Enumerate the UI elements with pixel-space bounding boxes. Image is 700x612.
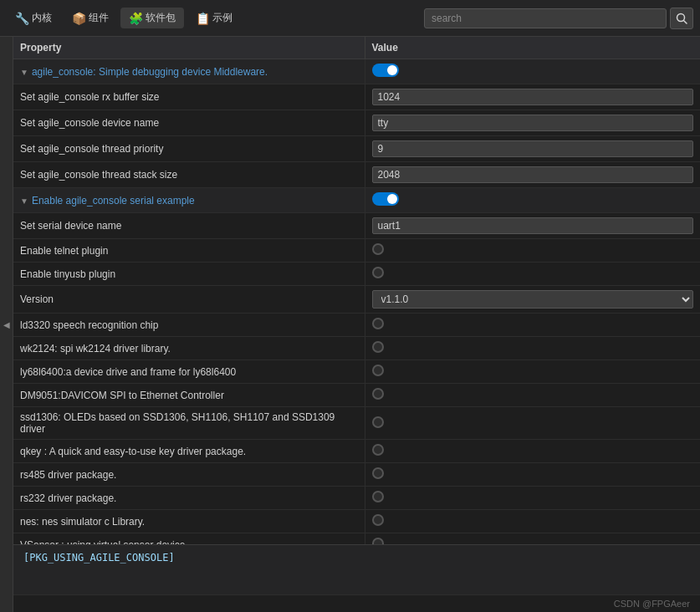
col-header-property: Property [13, 37, 365, 59]
bottom-text: [PKG_USING_AGILE_CONSOLE] [23, 552, 175, 564]
value-cell [365, 314, 700, 337]
property-cell: ld3320 speech recognition chip [13, 314, 365, 337]
property-label: DM9051:DAVICOM SPI to Ethernet Controlle… [20, 390, 224, 401]
table-scroll[interactable]: Property Value ▼agile_console: Simple de… [13, 37, 700, 544]
search-button[interactable] [670, 8, 693, 29]
property-cell: ▼agile_console: Simple debugging device … [13, 59, 365, 84]
property-cell: wk2124: spi wk2124 driver library. [13, 337, 365, 360]
table-row: ld3320 speech recognition chip [13, 314, 700, 337]
value-cell [365, 440, 700, 463]
table-row: Set agile_console thread stack size [13, 162, 700, 188]
table-row: Enable tinyusb plugin [13, 263, 700, 286]
value-cell[interactable] [365, 136, 700, 162]
property-label: ly68l6400:a device drive and frame for l… [20, 366, 236, 378]
tab-example[interactable]: 📋 示例 [187, 8, 241, 28]
collapse-arrow-icon[interactable]: ▼ [20, 68, 28, 77]
value-cell[interactable] [365, 213, 700, 239]
radio-button[interactable] [372, 243, 384, 255]
radio-button[interactable] [372, 341, 384, 353]
table-row: rs232 driver package. [13, 487, 700, 510]
toggle-switch[interactable] [372, 64, 399, 77]
property-label: ld3320 speech recognition chip [20, 319, 158, 331]
table-row: VSensor : using virtual sensor device. [13, 533, 700, 545]
collapse-handle[interactable]: ◀ [0, 37, 13, 612]
value-cell [365, 463, 700, 487]
property-cell: Set agile_console rx buffer size [13, 84, 365, 110]
value-cell [365, 407, 700, 440]
property-label: rs232 driver package. [20, 492, 116, 504]
property-cell: nes: nes simulator c Library. [13, 510, 365, 533]
table-row: Enable telnet plugin [13, 239, 700, 263]
property-cell: VSensor : using virtual sensor device. [13, 533, 365, 545]
kernel-icon: 🔧 [15, 12, 28, 25]
property-label: Set serial device name [20, 220, 121, 232]
property-label: wk2124: spi wk2124 driver library. [20, 343, 171, 354]
search-icon [676, 13, 687, 24]
property-label: rs485 driver package. [20, 469, 116, 481]
tab-kernel[interactable]: 🔧 内核 [7, 8, 60, 28]
svg-line-1 [684, 20, 687, 23]
toggle-knob [387, 194, 397, 204]
radio-button[interactable] [372, 416, 384, 428]
property-label: ssd1306: OLEDs based on SSD1306, SH1106,… [20, 411, 335, 435]
value-cell[interactable] [365, 110, 700, 136]
value-cell[interactable] [365, 59, 700, 84]
property-table: Property Value ▼agile_console: Simple de… [13, 37, 700, 544]
toggle-switch[interactable] [372, 192, 399, 206]
radio-button[interactable] [372, 538, 384, 544]
property-label: Set agile_console thread priority [20, 143, 163, 155]
tab-component-label: 组件 [89, 11, 109, 25]
search-container [424, 8, 693, 29]
col-header-value: Value [365, 37, 700, 59]
tab-software[interactable]: 🧩 软件包 [120, 8, 184, 28]
table-row: Set serial device name [13, 213, 700, 239]
radio-button[interactable] [372, 514, 384, 526]
toolbar: 🔧 内核 📦 组件 🧩 软件包 📋 示例 [0, 0, 700, 37]
radio-button[interactable] [372, 467, 384, 479]
property-cell: ▼Enable agile_console serial example [13, 188, 365, 213]
value-cell [365, 533, 700, 545]
version-select[interactable]: v1.1.0 [372, 290, 694, 309]
value-text-input[interactable] [372, 166, 694, 183]
table-row: nes: nes simulator c Library. [13, 510, 700, 533]
radio-button[interactable] [372, 365, 384, 376]
tab-example-label: 示例 [212, 11, 232, 25]
value-cell [365, 263, 700, 286]
value-cell[interactable] [365, 162, 700, 188]
tab-component[interactable]: 📦 组件 [64, 8, 117, 28]
property-cell: Set agile_console thread stack size [13, 162, 365, 188]
example-icon: 📋 [196, 12, 209, 25]
value-cell[interactable] [365, 188, 700, 213]
property-label: Set agile_console rx buffer size [20, 91, 160, 103]
value-text-input[interactable] [372, 217, 694, 234]
property-label: Set agile_console thread stack size [20, 169, 177, 181]
radio-button[interactable] [372, 267, 384, 278]
footer-text: CSDN @FPGAeer [614, 599, 690, 609]
value-cell[interactable] [365, 84, 700, 110]
property-cell: rs485 driver package. [13, 463, 365, 487]
value-text-input[interactable] [372, 115, 694, 131]
property-label: Version [20, 293, 54, 305]
collapse-arrow-icon[interactable]: ▼ [20, 196, 28, 206]
property-label: qkey : A quick and easy-to-use key drive… [20, 446, 246, 457]
value-cell[interactable]: v1.1.0 [365, 286, 700, 314]
radio-button[interactable] [372, 491, 384, 502]
table-row: wk2124: spi wk2124 driver library. [13, 337, 700, 360]
property-label: Enable telnet plugin [20, 245, 108, 257]
value-cell [365, 360, 700, 384]
collapse-icon: ◀ [3, 320, 10, 329]
property-cell: Set agile_console device name [13, 110, 365, 136]
value-text-input[interactable] [372, 89, 694, 105]
radio-button[interactable] [372, 318, 384, 329]
radio-button[interactable] [372, 444, 384, 456]
table-row: ▼Enable agile_console serial example [13, 188, 700, 213]
search-input[interactable] [424, 8, 667, 28]
table-row: rs485 driver package. [13, 463, 700, 487]
bottom-info-bar: [PKG_USING_AGILE_CONSOLE] [13, 544, 700, 594]
tab-kernel-label: 内核 [32, 11, 52, 25]
value-text-input[interactable] [372, 140, 694, 157]
property-cell: qkey : A quick and easy-to-use key drive… [13, 440, 365, 463]
property-cell: Enable telnet plugin [13, 239, 365, 263]
property-cell: Set serial device name [13, 213, 365, 239]
radio-button[interactable] [372, 388, 384, 400]
